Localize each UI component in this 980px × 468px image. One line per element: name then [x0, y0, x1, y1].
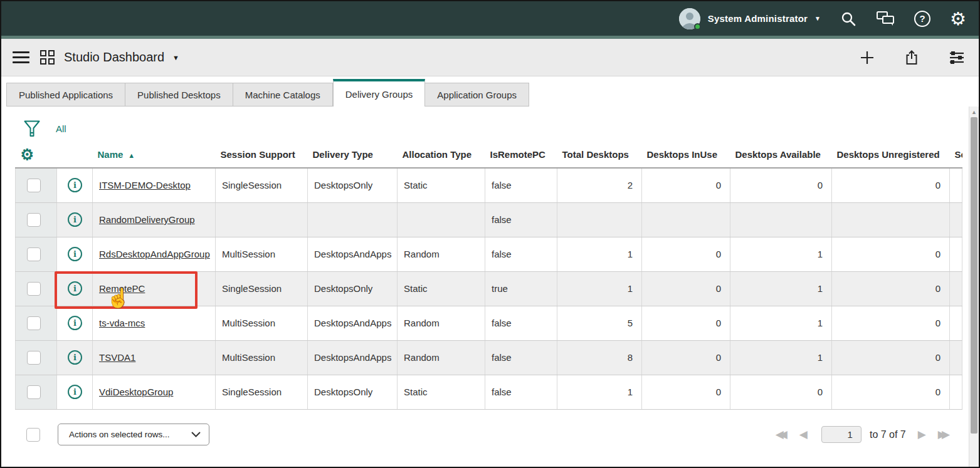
info-icon[interactable]: i: [68, 247, 82, 261]
column-header-session-support[interactable]: Session Support: [216, 142, 308, 168]
delivery-group-link[interactable]: RandomDeliveryGroup: [99, 214, 195, 225]
info-icon[interactable]: i: [68, 350, 82, 365]
column-header-desktops-inuse[interactable]: Desktops InUse: [642, 142, 730, 168]
next-page-button[interactable]: ▶: [918, 428, 926, 441]
delivery-group-link[interactable]: ts-vda-mcs: [99, 318, 145, 328]
info-cell: i: [57, 375, 93, 409]
cell-delivery-type: DesktopsOnly: [308, 271, 398, 306]
column-header-desktops-available[interactable]: Desktops Available: [730, 142, 832, 168]
row-checkbox[interactable]: [27, 351, 41, 365]
search-icon[interactable]: [840, 11, 856, 27]
actions-dropdown[interactable]: Actions on selected rows...: [58, 424, 209, 445]
filter-funnel-icon[interactable]: [24, 120, 40, 137]
menu-icon[interactable]: [13, 51, 29, 64]
cell-desktops-inuse: 0: [642, 340, 730, 375]
page-number-input[interactable]: [821, 426, 861, 443]
cell-total-desktops: 1: [557, 271, 642, 306]
info-icon[interactable]: i: [68, 281, 82, 296]
chevron-down-icon[interactable]: ▼: [814, 15, 821, 22]
info-icon[interactable]: i: [68, 178, 82, 192]
cell-isremotepc: false: [485, 202, 557, 237]
delivery-group-link[interactable]: TSVDA1: [99, 352, 135, 363]
page-title[interactable]: Studio Dashboard: [64, 50, 164, 65]
cell-desktops-unregistered: 0: [832, 340, 950, 375]
cell-total-desktops: 8: [557, 340, 642, 375]
cell-allocation-type: Static: [398, 375, 485, 409]
tab-delivery-groups[interactable]: Delivery Groups: [333, 79, 426, 107]
first-page-button[interactable]: ◀◀: [776, 428, 788, 441]
settings-gear-icon[interactable]: ⚙: [950, 11, 966, 27]
cell-desktops-inuse: 0: [642, 271, 730, 306]
cell-sessions: [950, 375, 962, 409]
vertical-scrollbar[interactable]: ▲: [969, 107, 979, 467]
scrollbar-thumb[interactable]: [971, 117, 977, 434]
table-row: i ITSM-DEMO-Desktop SingleSession Deskto…: [16, 168, 962, 202]
column-header-desktops-unregistered[interactable]: Desktops Unregistered: [832, 142, 950, 168]
column-header-isremotepc[interactable]: IsRemotePC: [485, 142, 557, 168]
info-cell: i: [57, 202, 93, 237]
column-header-sessions-truncated[interactable]: Se: [950, 142, 962, 168]
name-cell: RdsDesktopAndAppGroup: [93, 237, 216, 271]
row-checkbox[interactable]: [27, 316, 41, 330]
row-checkbox[interactable]: [27, 385, 41, 399]
column-header-total-desktops[interactable]: Total Desktops: [557, 142, 642, 168]
tab-application-groups[interactable]: Application Groups: [425, 83, 529, 107]
column-header-name[interactable]: Name▲: [93, 142, 216, 168]
export-icon[interactable]: [904, 49, 919, 65]
cell-desktops-available: 1: [730, 271, 832, 306]
info-icon[interactable]: i: [68, 385, 82, 399]
table-row: i VdiDesktopGroup SingleSession Desktops…: [16, 375, 962, 409]
info-icon[interactable]: i: [68, 212, 82, 227]
row-checkbox[interactable]: [27, 179, 41, 192]
cell-sessions: [950, 306, 962, 340]
cell-desktops-available: 0: [730, 375, 832, 409]
tab-published-applications[interactable]: Published Applications: [6, 83, 125, 107]
column-settings-cell: ⚙: [16, 142, 57, 168]
cell-desktops-available: 0: [730, 168, 832, 202]
cell-allocation-type: Random: [398, 237, 485, 271]
table-footer: Actions on selected rows... ◀◀ ◀ to 7 of…: [15, 424, 979, 446]
filter-settings-icon[interactable]: [949, 50, 965, 65]
title-chevron-down-icon[interactable]: ▼: [172, 54, 179, 61]
name-cell: VdiDesktopGroup: [93, 375, 216, 409]
row-checkbox[interactable]: [27, 282, 41, 296]
delivery-group-link[interactable]: RdsDesktopAndAppGroup: [99, 249, 210, 259]
info-cell: i: [57, 168, 93, 202]
avatar[interactable]: [679, 8, 700, 29]
chat-icon[interactable]: [876, 11, 895, 26]
tab-machine-catalogs[interactable]: Machine Catalogs: [233, 83, 333, 107]
tab-published-desktops[interactable]: Published Desktops: [125, 83, 233, 107]
help-icon[interactable]: ?: [914, 11, 930, 27]
user-menu[interactable]: System Administrator: [708, 13, 808, 24]
select-all-checkbox[interactable]: [26, 428, 40, 442]
cell-total-desktops: [557, 202, 642, 237]
cell-isremotepc: false: [485, 168, 557, 202]
cell-session-support: SingleSession: [216, 168, 308, 202]
add-icon[interactable]: [860, 50, 875, 65]
scroll-up-icon[interactable]: ▲: [969, 109, 979, 115]
prev-page-button[interactable]: ◀: [799, 428, 808, 441]
cell-allocation-type: Static: [398, 168, 485, 202]
presence-dot: [694, 23, 701, 30]
cell-session-support: SingleSession: [216, 271, 308, 306]
delivery-group-link[interactable]: ITSM-DEMO-Desktop: [99, 180, 191, 190]
table-row-highlighted: i RemotePC SingleSession DesktopsOnly St…: [16, 271, 962, 306]
column-header-allocation-type[interactable]: Allocation Type: [398, 142, 485, 168]
delivery-group-link[interactable]: VdiDesktopGroup: [99, 387, 173, 397]
row-checkbox[interactable]: [27, 247, 41, 261]
cell-delivery-type: DesktopsAndApps: [308, 306, 398, 340]
info-icon[interactable]: i: [68, 316, 82, 330]
column-settings-icon[interactable]: ⚙: [21, 146, 34, 163]
table-row: i RandomDeliveryGroup false: [16, 202, 962, 237]
delivery-group-link[interactable]: RemotePC: [99, 283, 145, 294]
row-checkbox[interactable]: [27, 213, 41, 227]
table-row: i RdsDesktopAndAppGroup MultiSession Des…: [16, 237, 962, 271]
checkbox-cell: [16, 271, 57, 306]
cell-sessions: [950, 340, 962, 375]
apps-grid-icon[interactable]: [40, 50, 55, 65]
column-header-delivery-type[interactable]: Delivery Type: [308, 142, 398, 168]
filter-value[interactable]: All: [56, 123, 66, 134]
last-page-button[interactable]: ▶▶: [938, 428, 950, 441]
name-cell: ITSM-DEMO-Desktop: [93, 168, 216, 202]
name-cell: RemotePC: [93, 271, 216, 306]
